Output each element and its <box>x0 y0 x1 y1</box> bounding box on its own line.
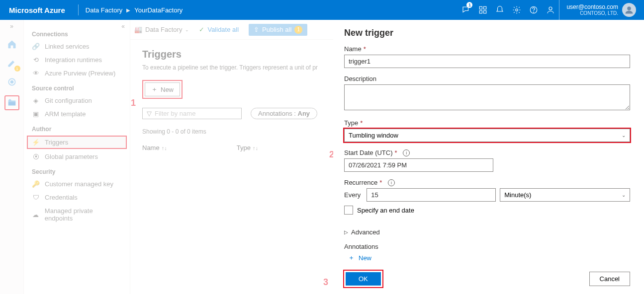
new-trigger-button[interactable]: ＋New <box>145 82 180 96</box>
cmd-datafactory[interactable]: 🏭Data Factory⌄ <box>134 26 189 33</box>
nav-triggers[interactable]: ⚡Triggers <box>27 136 127 149</box>
header-divider <box>78 4 79 15</box>
trigger-icon: ⚡ <box>32 139 40 146</box>
end-date-label: Specify an end date <box>357 207 414 214</box>
nav-arm-template[interactable]: ▣ARM template <box>24 107 130 121</box>
nav-integration-runtimes[interactable]: ⟲Integration runtimes <box>24 53 130 67</box>
collapse-panel-icon[interactable]: « <box>121 23 125 30</box>
breadcrumb-datafactory[interactable]: Data Factory <box>86 6 122 14</box>
check-icon: ✓ <box>199 26 204 33</box>
settings-icon[interactable] <box>508 0 525 20</box>
svg-rect-0 <box>480 6 482 9</box>
svg-rect-2 <box>480 11 482 13</box>
group-source-control: Source control <box>24 80 130 94</box>
side-panel: « Connections 🔗Linked services ⟲Integrat… <box>24 20 130 294</box>
info-icon[interactable]: i <box>403 149 410 156</box>
new-button-highlight: ＋New <box>142 80 183 99</box>
group-connections: Connections <box>24 26 130 40</box>
link-icon: 🔗 <box>32 43 40 50</box>
svg-point-10 <box>10 81 13 83</box>
desc-label: Description <box>344 75 630 82</box>
start-label: Start Date (UTC)* i <box>344 149 630 156</box>
cmd-validate-all[interactable]: ✓Validate all <box>199 26 239 33</box>
left-rail: » 1 <box>0 20 24 294</box>
name-label: Name* <box>344 45 630 53</box>
nav-global-params[interactable]: ⦿Global parameters <box>24 150 130 163</box>
col-name[interactable]: Name↑↓ <box>142 144 167 151</box>
breadcrumb-resource[interactable]: YourDataFactory <box>134 6 183 14</box>
annotations-filter[interactable]: Annotations : Any <box>251 108 317 119</box>
triangle-right-icon: ▷ <box>344 229 348 235</box>
svg-point-6 <box>534 12 534 12</box>
nav-git-config[interactable]: ◈Git configuration <box>24 94 130 107</box>
desc-input[interactable] <box>344 84 630 110</box>
svg-point-8 <box>627 6 631 10</box>
publish-count: 1 <box>294 26 302 34</box>
nav-mpe[interactable]: ☁Managed private endpoints <box>24 204 130 225</box>
rail-author-badge: 1 <box>14 66 20 72</box>
nav-purview[interactable]: 👁Azure Purview (Preview) <box>24 67 130 80</box>
cancel-button[interactable]: Cancel <box>589 272 630 286</box>
plus-icon: ＋ <box>348 253 355 262</box>
cmd-publish-all[interactable]: ⇧Publish all1 <box>249 24 307 36</box>
filter-input[interactable]: ▽Filter by name <box>142 108 242 119</box>
feedback-icon[interactable]: 1 <box>458 0 474 20</box>
every-input[interactable] <box>367 188 496 202</box>
ok-button[interactable]: OK <box>346 272 381 286</box>
type-select[interactable]: Tumbling window ⌄ <box>344 129 630 142</box>
credentials-icon: 🛡 <box>32 194 40 201</box>
name-input[interactable] <box>344 55 630 68</box>
brand[interactable]: Microsoft Azure <box>9 6 65 14</box>
upload-icon: ⇧ <box>254 26 259 33</box>
every-label: Every <box>344 191 361 199</box>
feedback-badge: 1 <box>466 2 472 8</box>
plus-icon: ＋ <box>151 85 158 94</box>
end-date-checkbox[interactable] <box>344 206 353 215</box>
rail-manage-icon[interactable] <box>4 95 19 110</box>
svg-rect-11 <box>8 102 15 105</box>
account-icon[interactable] <box>542 0 559 20</box>
directory-icon[interactable] <box>474 0 491 20</box>
svg-rect-1 <box>484 6 486 9</box>
template-icon: ▣ <box>32 110 40 118</box>
group-author: Author <box>24 121 130 135</box>
rail-monitor-icon[interactable] <box>4 74 19 89</box>
user-block[interactable]: user@contoso.com CONTOSO, LTD. <box>559 0 640 20</box>
nav-cmk[interactable]: 🔑Customer managed key <box>24 177 130 191</box>
nav-credentials[interactable]: 🛡Credentials <box>24 191 130 204</box>
eye-icon: 👁 <box>32 70 40 77</box>
top-header: Microsoft Azure Data Factory ▶ YourDataF… <box>0 0 644 20</box>
avatar[interactable] <box>622 3 636 17</box>
params-icon: ⦿ <box>32 153 40 160</box>
key-icon: 🔑 <box>32 180 40 188</box>
expand-rail-icon[interactable]: » <box>10 23 13 30</box>
group-security: Security <box>24 163 130 177</box>
type-label: Type* <box>344 119 630 127</box>
rail-author-icon[interactable]: 1 <box>4 56 19 71</box>
user-email: user@contoso.com <box>566 4 618 10</box>
chevron-down-icon: ⌄ <box>622 192 626 198</box>
recurrence-label: Recurrence* i <box>344 179 630 186</box>
help-icon[interactable] <box>525 0 542 20</box>
annotations-label: Annotations <box>344 243 630 250</box>
rail-home-icon[interactable] <box>4 37 19 52</box>
sort-icon: ↑↓ <box>253 145 258 151</box>
chevron-down-icon: ⌄ <box>622 133 626 138</box>
ok-highlight: OK <box>344 271 382 287</box>
factory-icon: 🏭 <box>134 26 142 33</box>
new-trigger-panel: New trigger Name* Description Type* Tumb… <box>333 20 644 294</box>
breadcrumb-arrow-icon: ▶ <box>126 7 130 13</box>
info-icon[interactable]: i <box>388 179 395 186</box>
sort-icon: ↑↓ <box>162 145 167 151</box>
user-org: CONTOSO, LTD. <box>566 10 618 16</box>
svg-rect-3 <box>484 11 486 13</box>
col-type[interactable]: Type↑↓ <box>237 144 258 151</box>
start-date-input[interactable] <box>344 158 493 172</box>
nav-linked-services[interactable]: 🔗Linked services <box>24 40 130 53</box>
unit-select[interactable]: Minute(s) ⌄ <box>500 188 630 202</box>
notifications-icon[interactable] <box>491 0 508 20</box>
cloud-icon: ☁ <box>32 211 40 219</box>
advanced-toggle[interactable]: ▷ Advanced <box>344 228 630 236</box>
svg-point-7 <box>549 7 552 10</box>
add-annotation-button[interactable]: ＋New <box>344 253 630 262</box>
